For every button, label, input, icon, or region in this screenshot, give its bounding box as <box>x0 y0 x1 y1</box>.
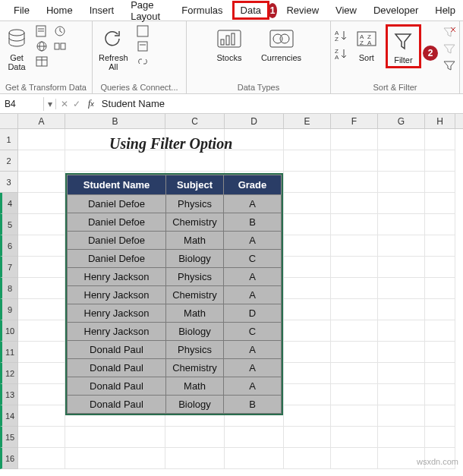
stocks-button[interactable]: Stocks <box>213 24 246 64</box>
table-cell[interactable]: Donald Paul <box>68 396 166 414</box>
cell-D16[interactable] <box>225 448 284 469</box>
currencies-button[interactable]: Currencies <box>258 24 304 64</box>
cell-H6[interactable] <box>425 235 455 257</box>
cell-F4[interactable] <box>331 193 378 214</box>
cell-G3[interactable] <box>378 172 425 193</box>
cell-A14[interactable] <box>18 405 65 427</box>
cell-A3[interactable] <box>18 172 65 193</box>
cell-E11[interactable] <box>284 342 331 363</box>
cell-F9[interactable] <box>331 299 378 320</box>
cell-A13[interactable] <box>18 384 65 405</box>
cancel-formula-icon[interactable]: ✕ <box>61 99 68 109</box>
tab-help[interactable]: Help <box>427 2 463 19</box>
table-cell[interactable]: Biology <box>166 250 224 268</box>
name-box-dropdown[interactable]: ▾ <box>44 99 56 109</box>
cell-A12[interactable] <box>18 363 65 384</box>
table-cell[interactable]: Daniel Defoe <box>68 250 166 268</box>
cell-H11[interactable] <box>425 342 455 363</box>
table-cell[interactable]: Daniel Defoe <box>68 195 166 213</box>
table-cell[interactable]: A <box>224 359 282 377</box>
cell-F8[interactable] <box>331 278 378 299</box>
col-header-F[interactable]: F <box>331 114 378 128</box>
cell-H14[interactable] <box>425 405 455 427</box>
table-cell[interactable]: B <box>224 396 282 414</box>
cell-F11[interactable] <box>331 342 378 363</box>
cell-E10[interactable] <box>284 320 331 342</box>
table-cell[interactable]: Henry Jackson <box>68 323 166 341</box>
table-row[interactable]: Henry JacksonChemistryA <box>68 286 282 304</box>
cell-H2[interactable] <box>425 150 455 172</box>
cell-G8[interactable] <box>378 278 425 299</box>
table-row[interactable]: Daniel DefoeBiologyC <box>68 250 282 268</box>
row-header-5[interactable]: 5 <box>0 214 18 235</box>
table-cell[interactable]: Chemistry <box>166 213 224 232</box>
th-grade[interactable]: Grade <box>224 175 282 195</box>
row-header-15[interactable]: 15 <box>0 427 18 448</box>
clear-filter-icon[interactable] <box>443 26 456 39</box>
table-cell[interactable]: Math <box>166 377 224 396</box>
cell-G13[interactable] <box>378 384 425 405</box>
cell-G5[interactable] <box>378 214 425 235</box>
table-row[interactable]: Daniel DefoeChemistryB <box>68 213 282 232</box>
cell-C2[interactable] <box>165 150 225 172</box>
table-cell[interactable]: Henry Jackson <box>68 286 166 304</box>
cell-E15[interactable] <box>284 427 331 448</box>
queries-icon[interactable] <box>136 24 150 38</box>
edit-links-icon[interactable] <box>136 55 150 68</box>
cell-H13[interactable] <box>425 384 455 405</box>
table-cell[interactable]: Daniel Defoe <box>68 232 166 250</box>
sort-desc-icon[interactable]: ZA <box>334 47 348 61</box>
table-cell[interactable]: A <box>224 341 282 359</box>
cell-F6[interactable] <box>331 235 378 257</box>
row-header-1[interactable]: 1 <box>0 129 18 150</box>
existing-conn-icon[interactable] <box>53 39 67 53</box>
tab-insert[interactable]: Insert <box>82 2 122 19</box>
cell-F12[interactable] <box>331 363 378 384</box>
col-header-D[interactable]: D <box>225 114 284 128</box>
cell-H9[interactable] <box>425 299 455 320</box>
reapply-icon[interactable] <box>443 43 456 56</box>
cell-C15[interactable] <box>165 427 225 448</box>
formula-bar[interactable]: Student Name <box>97 96 463 111</box>
tab-view[interactable]: View <box>328 2 364 19</box>
cell-B2[interactable] <box>65 150 165 172</box>
cell-G10[interactable] <box>378 320 425 342</box>
advanced-icon[interactable] <box>443 59 456 73</box>
row-header-12[interactable]: 12 <box>0 363 18 384</box>
row-header-3[interactable]: 3 <box>0 172 18 193</box>
table-row[interactable]: Daniel DefoePhysicsA <box>68 195 282 213</box>
table-row[interactable]: Daniel DefoeMathA <box>68 232 282 250</box>
table-cell[interactable]: Henry Jackson <box>68 304 166 323</box>
table-cell[interactable]: C <box>224 250 282 268</box>
cell-H4[interactable] <box>425 193 455 214</box>
from-text-icon[interactable] <box>35 24 49 38</box>
table-row[interactable]: Donald PaulMathA <box>68 377 282 396</box>
enter-formula-icon[interactable]: ✓ <box>73 99 80 109</box>
from-web-icon[interactable] <box>35 39 49 53</box>
cell-E2[interactable] <box>284 150 331 172</box>
table-row[interactable]: Donald PaulChemistryA <box>68 359 282 377</box>
cell-F14[interactable] <box>331 405 378 427</box>
tab-home[interactable]: Home <box>39 2 80 19</box>
cell-G6[interactable] <box>378 235 425 257</box>
row-header-9[interactable]: 9 <box>0 299 18 320</box>
worksheet-grid[interactable]: A B C D E F G H 12345678910111213141516 … <box>0 114 463 469</box>
cell-A7[interactable] <box>18 257 65 278</box>
table-cell[interactable]: A <box>224 195 282 213</box>
row-header-11[interactable]: 11 <box>0 342 18 363</box>
cell-G11[interactable] <box>378 342 425 363</box>
table-cell[interactable]: A <box>224 286 282 304</box>
col-header-G[interactable]: G <box>378 114 425 128</box>
tab-formulas[interactable]: Formulas <box>174 2 230 19</box>
recent-sources-icon[interactable] <box>53 24 67 38</box>
cell-A16[interactable] <box>18 448 65 469</box>
sort-asc-icon[interactable]: AZ <box>334 29 348 43</box>
cell-A6[interactable] <box>18 235 65 257</box>
cell-G1[interactable] <box>378 129 425 150</box>
col-header-E[interactable]: E <box>284 114 331 128</box>
filter-button[interactable]: Filter <box>386 24 422 68</box>
table-cell[interactable]: Physics <box>166 268 224 286</box>
col-header-C[interactable]: C <box>165 114 225 128</box>
col-header-H[interactable]: H <box>425 114 455 128</box>
cell-F7[interactable] <box>331 257 378 278</box>
